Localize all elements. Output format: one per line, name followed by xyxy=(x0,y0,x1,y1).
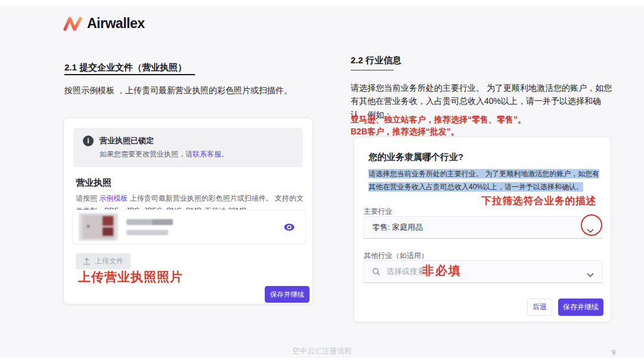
preview-eye-icon[interactable] xyxy=(283,220,296,233)
banner-text: 如果您需要更改营业执照，请联系客服。 xyxy=(100,149,293,159)
highlighted-text: 请选择您当前业务所处的主要行业。 为了更顺利地激活您的账户，如您有其他在营业务收… xyxy=(369,169,599,192)
page-number: 9 xyxy=(612,349,615,356)
primary-industry-value: 零售: 家庭用品 xyxy=(372,222,423,233)
top-margin xyxy=(0,0,644,6)
chevron-down-icon[interactable] xyxy=(587,269,594,274)
industry-question: 您的业务隶属哪个行业? xyxy=(369,152,463,163)
info-icon: i xyxy=(83,136,94,146)
annotation-dropdown-filter: 下拉筛选符合业务的描述 xyxy=(482,194,597,208)
footer-title: 空中云汇注册流程 xyxy=(0,346,644,356)
redacted-filename xyxy=(126,219,173,235)
upload-file-button[interactable]: 上传文件 xyxy=(76,253,131,269)
save-continue-button-right[interactable]: 保存并继续 xyxy=(558,299,603,316)
industry-helper-text: 请选择您当前业务所处的主要行业。 为了更顺利地激活您的账户，如您有其他在营业务收… xyxy=(369,168,601,193)
save-continue-button-left[interactable]: 保存并继续 xyxy=(265,286,309,303)
industry-panel: 您的业务隶属哪个行业? 请选择您当前业务所处的主要行业。 为了更顺利地激活您的账… xyxy=(354,136,611,322)
primary-industry-select[interactable]: 零售: 家庭用品 xyxy=(363,216,603,239)
contact-support-link[interactable]: 联系客服 xyxy=(193,150,221,158)
banner-text-after: 。 xyxy=(221,150,228,158)
annotation-upload-license: 上传营业执照照片 xyxy=(78,269,183,285)
other-industry-label: 其他行业（如适用） xyxy=(364,251,428,261)
airwallex-logo: Airwallex xyxy=(63,16,145,32)
instruction-before: 请按照 xyxy=(76,194,99,202)
upload-icon xyxy=(83,257,91,265)
upload-button-label: 上传文件 xyxy=(95,256,123,266)
section-2-1-intro: 按照示例模板 ，上传贵司最新营业执照的彩色照片或扫描件。 xyxy=(64,84,320,97)
section-2-2-heading: 2.2 行业信息 xyxy=(351,55,401,66)
bottom-margin xyxy=(0,358,644,363)
banner-title: 营业执照已锁定 xyxy=(100,136,154,146)
note-amazon: 亚马逊、独立站客户，推荐选择“零售、零售”。 xyxy=(351,113,526,125)
back-button[interactable]: 后退 xyxy=(527,299,552,316)
annotation-optional: 非必填 xyxy=(422,263,462,279)
airwallex-logo-icon xyxy=(63,16,82,32)
license-thumbnail xyxy=(79,213,118,241)
uploaded-file-row xyxy=(72,210,306,244)
business-license-panel: i 营业执照已锁定 如果您需要更改营业执照，请联系客服。 营业执照 请按照 示例… xyxy=(63,118,313,304)
section-2-1-heading: 2.1 提交企业文件（营业执照） xyxy=(64,62,195,73)
search-icon xyxy=(372,267,380,276)
license-locked-banner: i 营业执照已锁定 如果您需要更改营业执照，请联系客服。 xyxy=(73,128,303,167)
primary-industry-label: 主要行业 xyxy=(364,207,392,217)
brand-name: Airwallex xyxy=(87,16,145,32)
chevron-down-icon[interactable] xyxy=(587,225,594,230)
sample-template-link[interactable]: 示例模板 xyxy=(99,194,128,202)
banner-text-before: 如果您需要更改营业执照，请 xyxy=(100,150,193,158)
license-section-title: 营业执照 xyxy=(76,177,112,189)
other-industry-placeholder: 选择或搜索 xyxy=(386,266,425,277)
other-industry-search-select[interactable]: 选择或搜索 xyxy=(363,260,603,283)
slide: Airwallex 2.1 提交企业文件（营业执照） 按照示例模板 ，上传贵司最… xyxy=(0,0,644,363)
heading-underline xyxy=(351,70,394,70)
